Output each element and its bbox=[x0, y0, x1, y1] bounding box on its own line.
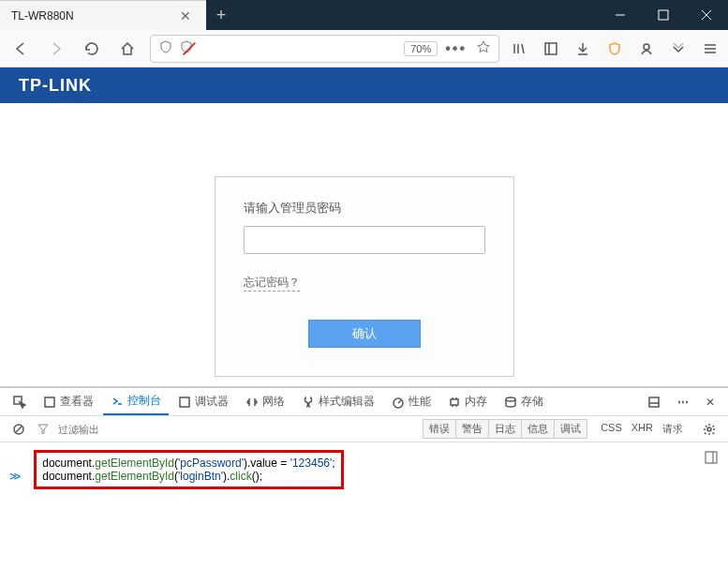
downloads-icon[interactable] bbox=[572, 36, 593, 62]
svg-line-29 bbox=[16, 427, 22, 432]
minimize-button[interactable] bbox=[599, 0, 642, 30]
devtools-picker-icon[interactable] bbox=[6, 389, 34, 415]
svg-rect-20 bbox=[451, 399, 458, 405]
tab-console[interactable]: 控制台 bbox=[103, 389, 169, 415]
svg-point-30 bbox=[707, 427, 711, 431]
toolbar-right-icons bbox=[509, 36, 721, 62]
forward-button[interactable] bbox=[43, 36, 69, 62]
filter-requests[interactable]: 请求 bbox=[662, 422, 683, 436]
devtools-dock-icon[interactable] bbox=[640, 389, 668, 415]
console-settings-icon[interactable] bbox=[696, 416, 722, 442]
tab-close-button[interactable]: ✕ bbox=[176, 8, 195, 23]
tab-style-editor[interactable]: 样式编辑器 bbox=[294, 389, 382, 415]
svg-point-25 bbox=[506, 397, 515, 401]
console-output[interactable]: ≫ document.getElementById('pcPassword').… bbox=[0, 442, 728, 584]
shield-slash-icon bbox=[179, 39, 194, 58]
zoom-indicator[interactable]: 70% bbox=[404, 41, 438, 56]
password-input[interactable] bbox=[244, 226, 485, 254]
console-sidebar-toggle-icon[interactable] bbox=[704, 450, 719, 468]
address-bar[interactable]: 70% ••• bbox=[150, 35, 499, 63]
console-extra-filters: CSS XHR 请求 bbox=[593, 422, 691, 436]
code-line-2: document.getElementById('loginBtn').clic… bbox=[42, 470, 334, 483]
menu-icon[interactable] bbox=[700, 36, 721, 62]
reload-button[interactable] bbox=[79, 36, 105, 62]
svg-point-10 bbox=[644, 44, 649, 50]
svg-point-18 bbox=[394, 398, 403, 408]
level-log[interactable]: 日志 bbox=[488, 419, 522, 439]
devtools-more-icon[interactable]: ⋯ bbox=[670, 389, 696, 415]
filter-icon bbox=[37, 421, 49, 438]
tab-storage[interactable]: 存储 bbox=[497, 389, 551, 415]
filter-xhr[interactable]: XHR bbox=[631, 422, 653, 436]
forgot-password-link[interactable]: 忘记密码？ bbox=[244, 275, 300, 292]
tab-title: TL-WR880N bbox=[11, 9, 176, 22]
devtools-tabs: 查看器 控制台 调试器 网络 样式编辑器 性能 内存 存储 ⋯ ✕ bbox=[0, 388, 728, 416]
tab-network[interactable]: 网络 bbox=[238, 389, 292, 415]
devtools-panel: 查看器 控制台 调试器 网络 样式编辑器 性能 内存 存储 ⋯ ✕ 错误 警告 … bbox=[0, 386, 728, 584]
filter-css[interactable]: CSS bbox=[601, 422, 622, 436]
brand-logo: TP-LINK bbox=[19, 76, 92, 96]
brand-header: TP-LINK bbox=[0, 67, 728, 103]
sidebar-icon[interactable] bbox=[541, 36, 561, 62]
urlbar-actions: ••• bbox=[445, 39, 491, 58]
page-actions-icon[interactable]: ••• bbox=[445, 40, 467, 57]
close-button[interactable] bbox=[685, 0, 728, 30]
tab-memory[interactable]: 内存 bbox=[440, 389, 495, 415]
new-tab-button[interactable]: + bbox=[206, 0, 236, 30]
browser-toolbar: 70% ••• bbox=[0, 30, 728, 67]
svg-rect-1 bbox=[659, 10, 668, 20]
browser-tab[interactable]: TL-WR880N ✕ bbox=[0, 0, 206, 30]
svg-line-6 bbox=[522, 44, 524, 53]
tab-performance[interactable]: 性能 bbox=[384, 389, 438, 415]
svg-rect-31 bbox=[706, 452, 717, 463]
level-debug[interactable]: 调试 bbox=[554, 419, 587, 439]
svg-rect-7 bbox=[545, 43, 557, 54]
tab-inspector[interactable]: 查看器 bbox=[36, 389, 101, 415]
devtools-close-icon[interactable]: ✕ bbox=[698, 389, 722, 415]
maximize-button[interactable] bbox=[642, 0, 685, 30]
svg-rect-26 bbox=[649, 397, 659, 407]
login-panel: 请输入管理员密码 忘记密码？ 确认 bbox=[215, 176, 514, 377]
password-label: 请输入管理员密码 bbox=[244, 200, 485, 217]
ublock-icon[interactable] bbox=[604, 36, 625, 62]
window-titlebar: TL-WR880N ✕ + bbox=[0, 0, 728, 30]
login-confirm-button[interactable]: 确认 bbox=[308, 320, 421, 348]
level-warn[interactable]: 警告 bbox=[455, 419, 489, 439]
library-icon[interactable] bbox=[509, 36, 529, 62]
page-content: TP-LINK 请输入管理员密码 忘记密码？ 确认 bbox=[0, 67, 728, 386]
svg-rect-15 bbox=[45, 397, 54, 407]
account-icon[interactable] bbox=[636, 36, 657, 62]
overflow-icon[interactable] bbox=[668, 36, 689, 62]
bookmark-star-icon[interactable] bbox=[476, 39, 491, 58]
clear-console-icon[interactable] bbox=[6, 416, 32, 442]
window-controls bbox=[599, 0, 728, 30]
home-button[interactable] bbox=[114, 36, 141, 62]
log-level-filters: 错误 警告 日志 信息 调试 bbox=[423, 419, 587, 439]
code-line-1: document.getElementById('pcPassword').va… bbox=[42, 457, 334, 470]
urlbar-security-icons bbox=[158, 39, 194, 58]
shield-icon bbox=[158, 39, 173, 58]
level-info[interactable]: 信息 bbox=[521, 419, 555, 439]
svg-rect-17 bbox=[180, 397, 189, 407]
console-filter-input[interactable] bbox=[54, 424, 418, 435]
highlighted-code: document.getElementById('pcPassword').va… bbox=[34, 450, 343, 489]
console-filter-bar: 错误 警告 日志 信息 调试 CSS XHR 请求 bbox=[0, 416, 728, 442]
back-button[interactable] bbox=[7, 36, 34, 62]
svg-line-19 bbox=[398, 400, 401, 403]
level-error[interactable]: 错误 bbox=[423, 419, 456, 439]
tab-debugger[interactable]: 调试器 bbox=[171, 389, 236, 415]
console-prompt-icon: ≫ bbox=[9, 470, 22, 483]
